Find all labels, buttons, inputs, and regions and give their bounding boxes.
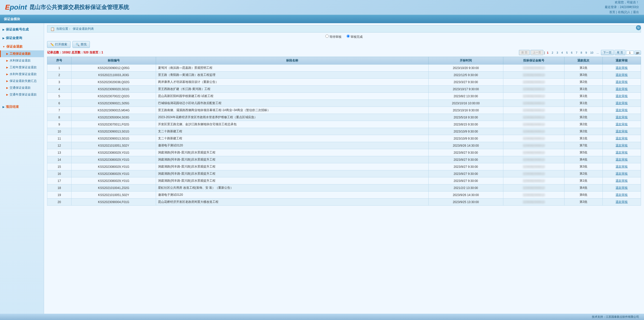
page-number-8[interactable]: 8 (579, 51, 583, 55)
sidebar-header-bond-refund[interactable]: ▼ 保证金退款 (0, 43, 44, 50)
refund-audit-link[interactable]: 退款审核 (616, 137, 628, 140)
cell-seq: 18 (47, 184, 71, 191)
refund-audit-link[interactable]: 退款审核 (616, 122, 628, 126)
cell-seq: 16 (47, 170, 71, 177)
sidebar-item-refund-failure[interactable]: ▶ 保证金退款失败汇总 (0, 78, 44, 84)
sidebar-item-water-annual-refund[interactable]: ▶ 水利年度保证金退款 (0, 71, 44, 78)
sidebar-item-engineering-annual-refund[interactable]: ▶ 工程年度保证金退款 (0, 64, 44, 71)
open-search-button[interactable]: ✏️ 打开搜索 (47, 41, 70, 48)
cell-action: 退款审核 (602, 149, 641, 156)
cell-name: 2023-2024年花桥经济开发区市政雨水管道养护维修工程（重点区域应急） (156, 114, 428, 121)
cell-batch: 第4批 (564, 156, 602, 163)
navbar: 保证金模块 (0, 15, 644, 23)
cell-name: 支二十路新建工程 (156, 128, 428, 135)
refund-audit-link[interactable]: 退款审核 (616, 186, 628, 189)
table-row: 13KSS2023080029,Y01G洞庭湖路(同丰路-震川路)滨水景观提升工… (47, 149, 641, 156)
refresh-button[interactable]: ↻ (636, 25, 641, 30)
page-number-7[interactable]: 7 (575, 51, 579, 55)
refund-audit-link[interactable]: 退款审核 (616, 101, 628, 105)
cell-time: 2023/10/16 10:00:00 (428, 100, 503, 107)
sidebar-section-bond-account: ▶ 保证金账号生成 (0, 26, 44, 33)
cell-code: KSS2023080029,Y01G (71, 163, 156, 170)
refund-audit-link[interactable]: 退款审核 (616, 66, 628, 70)
refund-audit-link[interactable]: 退款审核 (616, 179, 628, 182)
cell-name: 巴城镇临湖花园动迁小区幼儿园市政后配套工程 (156, 100, 428, 107)
refund-audit-link[interactable]: 退款审核 (616, 158, 628, 161)
online-link[interactable]: 在线(2)人 (618, 10, 631, 14)
page-jump-button[interactable]: go (634, 51, 641, 55)
cell-batch: 第1批 (564, 65, 602, 72)
last-page-button[interactable]: 尾 页 (615, 50, 625, 55)
col-header-action: 退款审核 (602, 57, 641, 65)
cell-time: 2023/9/26 14:30:00 (428, 191, 503, 199)
refund-audit-link[interactable]: 退款审核 (616, 144, 628, 147)
table-row: 19KSS2021010051,S02Y邀请电子测试01202023/9/26 … (47, 191, 641, 199)
sidebar-header-bond-account[interactable]: ▶ 保证金账号生成 (0, 26, 44, 33)
breadcrumb-icon: 📋 (50, 27, 55, 31)
refund-audit-link[interactable]: 退款审核 (616, 172, 628, 175)
refund-audit-link[interactable]: 退款审核 (616, 130, 628, 133)
cell-batch: 第3批 (564, 72, 602, 79)
cell-seq: 7 (47, 107, 71, 114)
bullet-icon: ▶ (6, 52, 8, 55)
page-number-6[interactable]: 6 (570, 51, 574, 55)
refund-audit-link[interactable]: 退款审核 (616, 200, 628, 204)
page-number-4[interactable]: 4 (560, 51, 564, 55)
cell-batch: 第3批 (564, 163, 602, 170)
page-number-2[interactable]: 2 (550, 51, 554, 55)
logout-link[interactable]: 退出 (633, 10, 639, 14)
first-page-button[interactable]: 首 页 (519, 50, 530, 55)
cell-name: 邀请电子测试0120 (156, 191, 428, 199)
sidebar-item-traffic-refund[interactable]: ▶ 交通保证金退款 (0, 84, 44, 91)
page-jump-input[interactable] (626, 51, 634, 55)
page-number-3[interactable]: 3 (555, 51, 559, 55)
chevron-right-icon-2: ▶ (3, 37, 5, 40)
refund-audit-link[interactable]: 退款审核 (616, 73, 628, 77)
sidebar-item-traffic-annual-refund[interactable]: ▶ 交通年度保证金退款 (0, 91, 44, 98)
sidebar-item-engineering-refund[interactable]: ▶ 工程保证金退款 (0, 50, 44, 57)
filter-waiting-radio[interactable] (325, 35, 329, 38)
total-records-label: 记录总数： (47, 51, 62, 54)
query-button[interactable]: 🔍 查找 (72, 41, 90, 48)
sidebar-header-project-end[interactable]: ▶ 项目结束 (0, 103, 44, 111)
sidebar-header-bond-query[interactable]: ▶ 保证金查询 (0, 34, 44, 42)
cell-action: 退款审核 (602, 93, 641, 100)
refund-audit-link[interactable]: 退款审核 (616, 80, 628, 84)
home-link[interactable]: 首页 (609, 10, 615, 14)
cell-seq: 15 (47, 163, 71, 170)
sidebar-item-label-7: 交通年度保证金退款 (10, 92, 37, 97)
filter-waiting[interactable]: 等待审核 (325, 35, 343, 39)
cell-code: KSS2023070022,Q02G (71, 93, 156, 100)
next-page-button[interactable]: 下一页 (601, 50, 614, 55)
filter-completed-label: 审核完成 (351, 35, 363, 39)
cell-time: 2023/5/18 9:30:00 (428, 114, 503, 121)
refund-audit-link[interactable]: 退款审核 (616, 193, 628, 197)
cell-action: 退款审核 (602, 156, 641, 163)
refund-audit-link[interactable]: 退款审核 (616, 115, 628, 119)
cell-code: KSS2023090020,S01G (71, 86, 156, 93)
nav-links[interactable]: 首页 | 在线(2)人 | 退出 (605, 10, 639, 15)
prev-page-button[interactable]: 上一页 (531, 50, 543, 55)
page-number-9[interactable]: 9 (584, 51, 588, 55)
cell-code: KSS2023080029,Y01G (71, 177, 156, 184)
cell-action: 退款审核 (602, 142, 641, 149)
cell-name: 两岸康养人才培训基地项目设计（重新公告） (156, 79, 428, 86)
page-number-1[interactable]: 1 (546, 51, 550, 55)
cell-seq: 12 (47, 142, 71, 149)
refund-audit-link[interactable]: 退款审核 (616, 94, 628, 98)
sidebar-section-bond-query: ▶ 保证金查询 (0, 34, 44, 42)
refund-audit-link[interactable]: 退款审核 (616, 87, 628, 91)
filter-completed-radio[interactable] (347, 35, 350, 38)
cell-name: 景王路（青阳路—黄浦江路）改造工程监理 (156, 72, 428, 79)
filter-completed[interactable]: 审核完成 (347, 35, 363, 39)
page-number-5[interactable]: 5 (565, 51, 569, 55)
cell-time: 2023/10/9 9:30:00 (428, 128, 503, 135)
cell-batch: 第3批 (564, 199, 602, 206)
data-table: 序号 标段编号 标段名称 开标时间 投标保证金账号 退款批次 退款审核 1KSS… (47, 57, 641, 206)
refund-audit-link[interactable]: 退款审核 (616, 108, 628, 112)
cell-account: 3200082000010 (503, 191, 564, 199)
sidebar-item-water-refund[interactable]: ▶ 水利保证金退款 (0, 57, 44, 64)
refund-audit-link[interactable]: 退款审核 (616, 165, 628, 168)
refund-audit-link[interactable]: 退款审核 (616, 151, 628, 154)
page-number-10[interactable]: 10 (589, 51, 594, 55)
